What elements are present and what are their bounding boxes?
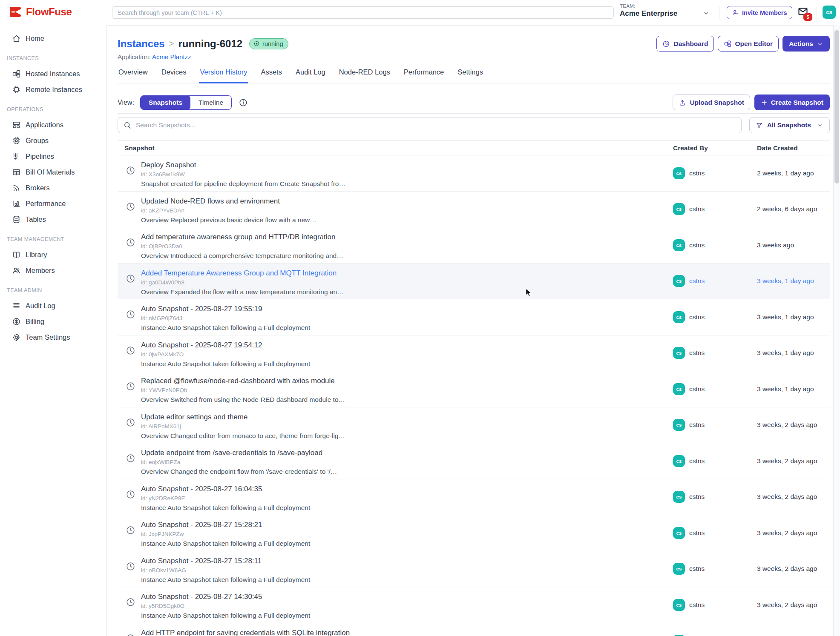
sidebar-item-groups[interactable]: Groups bbox=[0, 133, 106, 149]
table-row[interactable]: Auto Snapshot - 2025-08-27 15:28:21 id: … bbox=[118, 515, 830, 551]
user-avatar[interactable]: cs bbox=[823, 6, 836, 19]
status-badge-label: running bbox=[262, 40, 283, 47]
snapshot-table-body: Deploy Snapshot id: X3o6Bw1k9W Snapshot … bbox=[118, 155, 830, 636]
upload-snapshot-button[interactable]: Upload Snapshot bbox=[673, 95, 750, 110]
creator-name: cstns bbox=[689, 241, 705, 249]
view-toggle-timeline[interactable]: Timeline bbox=[190, 96, 231, 109]
sidebar: Home INSTANCES Hosted Instances Remote I… bbox=[0, 25, 107, 636]
date-created: 2 weeks, 6 days ago bbox=[757, 205, 830, 213]
table-row[interactable]: Deploy Snapshot id: X3o6Bw1k9W Snapshot … bbox=[118, 155, 830, 192]
created-by-cell: cs cstns bbox=[673, 299, 757, 335]
sidebar-item-remote-instances[interactable]: Remote Instances bbox=[0, 82, 106, 97]
table-row[interactable]: Updated Node-RED flows and environment i… bbox=[118, 192, 830, 228]
sidebar-item-pipelines[interactable]: Pipelines bbox=[0, 149, 106, 164]
table-row[interactable]: Add temperature awareness group and HTTP… bbox=[118, 227, 830, 264]
scrollbar-thumb[interactable] bbox=[834, 30, 839, 183]
bill-of-materials-icon bbox=[12, 168, 21, 177]
table-row[interactable]: Auto Snapshot - 2025-08-27 16:04:35 id: … bbox=[118, 479, 830, 516]
sidebar-item-members[interactable]: Members bbox=[0, 263, 106, 278]
clock-icon bbox=[126, 238, 135, 247]
sidebar-item-audit-log[interactable]: Audit Log bbox=[0, 298, 106, 314]
view-toggle: Snapshots Timeline bbox=[140, 95, 232, 110]
sidebar-item-label: Tables bbox=[26, 215, 46, 223]
tab-node-red-logs[interactable]: Node-RED Logs bbox=[338, 64, 391, 83]
view-toggle-snapshots[interactable]: Snapshots bbox=[141, 96, 190, 109]
snapshot-id: id: AlRPoMX61j bbox=[141, 423, 345, 430]
page-scrollbar bbox=[833, 25, 840, 636]
table-row[interactable]: Auto Snapshot - 2025-08-27 19:54:12 id: … bbox=[118, 335, 830, 372]
date-created: 3 weeks, 2 days ago bbox=[757, 565, 830, 573]
creator-name: cstns bbox=[689, 169, 705, 177]
clock-icon bbox=[126, 309, 135, 319]
created-by-cell: cs cstns bbox=[673, 623, 757, 636]
chevron-down-icon[interactable] bbox=[703, 10, 710, 17]
create-snapshot-label: Create Snapshot bbox=[771, 99, 823, 106]
info-icon[interactable] bbox=[239, 98, 248, 107]
breadcrumb-instances-link[interactable]: Instances bbox=[118, 38, 165, 50]
snapshot-search-input[interactable] bbox=[136, 121, 736, 129]
table-row[interactable]: Replaced @flowfuse/node-red-dashboard wi… bbox=[118, 371, 830, 407]
sidebar-item-library[interactable]: Library bbox=[0, 247, 106, 263]
team-settings-icon bbox=[12, 333, 21, 342]
snapshot-id: id: eojkWlBPZa bbox=[141, 459, 337, 465]
sidebar-item-applications[interactable]: Applications bbox=[0, 117, 106, 133]
created-by-cell: cs cstns bbox=[673, 371, 757, 407]
actions-button[interactable]: Actions bbox=[782, 36, 830, 52]
global-search-input[interactable] bbox=[118, 9, 608, 16]
table-row[interactable]: Add HTTP endpoint for saving credentials… bbox=[118, 623, 830, 636]
team-selector[interactable]: TEAM: Acme Enterprise bbox=[620, 3, 677, 18]
tab-overview[interactable]: Overview bbox=[118, 64, 149, 83]
table-row[interactable]: Update endpoint from /save-credentials t… bbox=[118, 443, 830, 479]
creator-avatar: cs bbox=[673, 527, 685, 539]
tab-assets[interactable]: Assets bbox=[260, 64, 283, 83]
plus-icon bbox=[761, 99, 768, 106]
team-name: Acme Enterprise bbox=[620, 9, 677, 18]
toolbar-divider bbox=[118, 113, 830, 114]
table-row[interactable]: Auto Snapshot - 2025-08-27 19:55:19 id: … bbox=[118, 299, 830, 335]
snapshot-cell: Update editor settings and theme id: AlR… bbox=[118, 407, 673, 443]
sidebar-item-performance[interactable]: Performance bbox=[0, 196, 106, 212]
snapshot-id: id: X3o6Bw1k9W bbox=[141, 171, 345, 178]
sidebar-item-bill-of-materials[interactable]: Bill Of Materials bbox=[0, 164, 106, 180]
snapshot-description: Overview Introduced a comprehensive temp… bbox=[141, 252, 343, 260]
snapshot-search[interactable] bbox=[118, 117, 742, 133]
application-line: Application: Acme Plantzz bbox=[118, 53, 830, 60]
created-by-cell: cs cstns bbox=[673, 335, 757, 371]
column-header-created-by: Created By bbox=[673, 144, 757, 152]
chevron-down-icon bbox=[817, 122, 823, 129]
snapshot-title: Auto Snapshot - 2025-08-27 15:28:11 bbox=[141, 557, 310, 565]
created-by-cell: cs cstns bbox=[673, 155, 757, 191]
sidebar-item-billing[interactable]: Billing bbox=[0, 314, 106, 329]
tab-settings[interactable]: Settings bbox=[457, 64, 484, 83]
sidebar-item-label: Team Settings bbox=[26, 333, 70, 341]
snapshot-title: Auto Snapshot - 2025-08-27 16:04:35 bbox=[141, 485, 310, 493]
creator-avatar: cs bbox=[673, 347, 685, 359]
snapshot-description: Instance Auto Snapshot taken following a… bbox=[141, 324, 310, 332]
create-snapshot-button[interactable]: Create Snapshot bbox=[754, 95, 830, 110]
tab-devices[interactable]: Devices bbox=[161, 64, 187, 83]
open-editor-button[interactable]: Open Editor bbox=[718, 36, 779, 52]
table-row[interactable]: Added Temperature Awareness Group and MQ… bbox=[118, 264, 830, 300]
application-link[interactable]: Acme Plantzz bbox=[152, 53, 191, 60]
user-plus-icon bbox=[732, 9, 739, 16]
snapshot-filter-dropdown[interactable]: All Snapshots bbox=[749, 117, 830, 133]
sidebar-item-home[interactable]: Home bbox=[0, 31, 106, 46]
sidebar-item-tables[interactable]: Tables bbox=[0, 212, 106, 227]
snapshot-description: Instance Auto Snapshot taken following a… bbox=[141, 540, 310, 547]
dashboard-button[interactable]: Dashboard bbox=[656, 36, 714, 52]
sidebar-item-hosted-instances[interactable]: Hosted Instances bbox=[0, 66, 106, 82]
global-search[interactable] bbox=[112, 6, 614, 19]
table-row[interactable]: Auto Snapshot - 2025-08-27 14:30:45 id: … bbox=[118, 587, 830, 623]
tab-performance[interactable]: Performance bbox=[403, 64, 445, 83]
table-row[interactable]: Auto Snapshot - 2025-08-27 15:28:11 id: … bbox=[118, 551, 830, 587]
date-created: 3 weeks, 2 days ago bbox=[757, 421, 830, 429]
snapshot-title: Replaced @flowfuse/node-red-dashboard wi… bbox=[141, 377, 345, 385]
sidebar-item-team-settings[interactable]: Team Settings bbox=[0, 329, 106, 345]
tab-version-history[interactable]: Version History bbox=[199, 64, 248, 83]
table-row[interactable]: Update editor settings and theme id: AlR… bbox=[118, 407, 830, 444]
sidebar-item-brokers[interactable]: Brokers bbox=[0, 180, 106, 196]
invite-members-button[interactable]: Invite Members bbox=[727, 6, 792, 19]
applications-icon bbox=[12, 120, 21, 129]
flowfuse-logo[interactable]: FlowFuse bbox=[9, 6, 72, 18]
tab-audit-log[interactable]: Audit Log bbox=[295, 64, 326, 83]
